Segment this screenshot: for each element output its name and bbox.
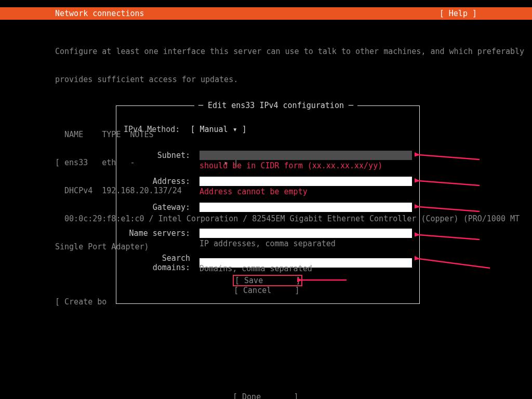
gateway-input[interactable] <box>200 203 412 212</box>
ipv4-config-dialog: ─ Edit ens33 IPv4 configuration ─ IPv4 M… <box>116 105 420 304</box>
intro-line-1: Configure at least one interface this se… <box>55 47 477 56</box>
save-button[interactable]: [ Save ] <box>233 275 302 286</box>
intro-line-2: provides sufficient access for updates. <box>55 75 477 84</box>
title-bar: Network connections [ Help ] <box>0 7 532 20</box>
help-button[interactable]: [ Help ] <box>440 9 477 18</box>
subnet-hint: should be in CIDR form (xx.xx.xx.xx/yy) <box>200 161 382 170</box>
dialog-title: ─ Edit ens33 IPv4 configuration ─ <box>194 101 357 110</box>
subnet-row: Subnet: <box>124 151 412 160</box>
subnet-label: Subnet: <box>124 151 190 160</box>
gateway-row: Gateway: <box>124 203 412 212</box>
search-domains-hint: Domains, comma separated <box>200 264 312 273</box>
address-label: Address: <box>124 177 190 186</box>
ipv4-method-row: IPv4 Method: [ Manual ▾ ] <box>124 125 247 134</box>
ipv4-method-label: IPv4 Method: <box>124 125 180 134</box>
address-row: Address: <box>124 177 412 186</box>
cancel-button[interactable]: [ Cancel ] <box>234 286 299 295</box>
subnet-input[interactable] <box>200 151 412 160</box>
address-hint: Address cannot be empty <box>200 187 308 196</box>
address-input[interactable] <box>200 177 412 186</box>
done-button[interactable]: [ Done ] <box>233 392 298 399</box>
page-title: Network connections <box>55 9 144 18</box>
ipv4-method-select[interactable]: [ Manual ▾ ] <box>190 125 246 134</box>
name-servers-row: Name servers: <box>124 229 412 238</box>
name-servers-input[interactable] <box>200 229 412 238</box>
gateway-label: Gateway: <box>124 203 190 212</box>
name-servers-hint: IP addresses, comma separated <box>200 239 336 248</box>
name-servers-label: Name servers: <box>124 229 190 238</box>
footer-buttons: [ Done ] [ Back ] <box>233 374 298 399</box>
search-domains-label: Search domains: <box>124 254 190 272</box>
